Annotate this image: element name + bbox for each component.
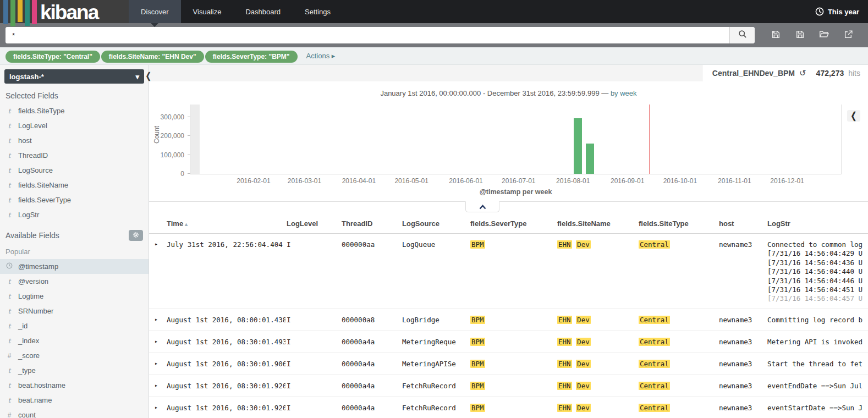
cell-sitename: EHN Dev: [556, 309, 638, 331]
field-item-logtime[interactable]: tLogtime: [0, 289, 149, 304]
collapse-sidebar-button[interactable]: ❬: [145, 72, 152, 80]
field-settings-button[interactable]: [129, 230, 143, 241]
interval-by-week-link[interactable]: by week: [611, 89, 637, 97]
field-item-count[interactable]: #count: [0, 408, 149, 418]
filter-pill[interactable]: fields.SiteType: "Central": [6, 51, 100, 63]
field-item-loglevel[interactable]: tLogLevel: [0, 118, 149, 133]
expand-row-button[interactable]: ▸: [153, 234, 166, 309]
field-item--score[interactable]: #_score: [0, 348, 149, 363]
field-item-fields-sitetype[interactable]: tfields.SiteType: [0, 103, 149, 118]
field-item--id[interactable]: t_id: [0, 318, 149, 333]
available-fields-heading: Available Fields: [0, 222, 149, 244]
time-picker-label: This year: [828, 8, 859, 16]
column-header-time[interactable]: Time▴: [166, 215, 285, 233]
cell-threadid: 00000a4a: [340, 375, 401, 397]
cell-threadid: 000000a8: [340, 309, 401, 331]
column-header-fields-sitetype[interactable]: fields.SiteType: [638, 215, 718, 233]
kibana-logo[interactable]: kibana: [0, 0, 129, 23]
column-header-fields-sitename[interactable]: fields.SiteName: [556, 215, 638, 233]
field-item-fields-severtype[interactable]: tfields.SeverType: [0, 193, 149, 207]
search-submit-button[interactable]: [729, 27, 755, 43]
filter-pill[interactable]: fields.SeverType: "BPM": [205, 51, 298, 63]
cell-severtype: BPM: [469, 397, 556, 418]
text-field-icon: t: [6, 337, 13, 345]
kibana-logo-stripes-icon: [3, 0, 37, 26]
column-header-logsource[interactable]: LogSource: [401, 215, 469, 233]
search-input[interactable]: [6, 27, 729, 43]
expand-row-button[interactable]: ▸: [153, 397, 166, 418]
tab-visualize[interactable]: Visualize: [181, 0, 234, 23]
field-name: count: [18, 411, 36, 418]
cell-severtype: BPM: [469, 234, 556, 309]
y-tick-mark: [188, 155, 190, 155]
histogram-panel: January 1st 2016, 00:00:00.000 - Decembe…: [149, 81, 868, 201]
search-toolbar: [763, 29, 860, 41]
tab-discover[interactable]: Discover: [129, 0, 181, 23]
save-search-icon: [795, 30, 805, 41]
cell-logstr: eventStartDate ==>Sun J: [766, 397, 868, 418]
field-item-host[interactable]: thost: [0, 133, 149, 148]
field-item-logstr[interactable]: tLogStr: [0, 207, 149, 222]
index-pattern-selector[interactable]: logstash-* ▾: [4, 69, 144, 84]
tab-settings[interactable]: Settings: [293, 0, 343, 23]
cell-logstr: Start the thread to fet: [766, 353, 868, 375]
header-spacer: [153, 215, 166, 233]
cell-sitetype: Central: [638, 234, 718, 309]
collapse-chart-button[interactable]: ❬: [847, 110, 860, 122]
expand-row-button[interactable]: ▸: [153, 375, 166, 397]
filter-pill[interactable]: fields.SiteName: "EHN Dev": [101, 51, 204, 63]
field-name: beat.hostname: [18, 381, 65, 389]
x-tick-label: 2016-02-01: [229, 177, 278, 185]
field-item--index[interactable]: t_index: [0, 333, 149, 348]
expand-row-button[interactable]: ▸: [153, 309, 166, 331]
cell-time: August 1st 2016, 08:30:01.920: [166, 397, 285, 418]
cell-logsource: FetchRuRecord: [401, 375, 469, 397]
y-tick-mark: [188, 173, 190, 174]
text-field-icon: t: [6, 107, 13, 115]
new-search-button[interactable]: [763, 29, 788, 41]
column-header-logstr[interactable]: LogStr: [766, 215, 868, 233]
collapse-histogram-tab[interactable]: [465, 201, 499, 212]
field-item--version[interactable]: t@version: [0, 274, 149, 289]
column-header-threadid[interactable]: ThreadID: [340, 215, 401, 233]
column-header-loglevel[interactable]: LogLevel: [285, 215, 340, 233]
field-item-logsource[interactable]: tLogSource: [0, 163, 149, 178]
number-field-icon: #: [6, 411, 13, 418]
field-item--type[interactable]: t_type: [0, 363, 149, 378]
expand-row-button[interactable]: ▸: [153, 353, 166, 375]
expand-row-button[interactable]: ▸: [153, 331, 166, 353]
filter-actions-link[interactable]: Actions ▸: [306, 52, 336, 60]
cell-sitetype: Central: [638, 397, 718, 418]
open-search-button[interactable]: [812, 29, 836, 41]
x-tick-label: 2016-09-01: [603, 177, 652, 185]
histogram-bar[interactable]: [574, 118, 582, 174]
share-button[interactable]: [836, 29, 860, 41]
time-picker-button[interactable]: This year: [815, 0, 868, 23]
cell-host: newname3: [718, 234, 766, 309]
field-item-srnumber[interactable]: tSRNumber: [0, 304, 149, 318]
chevron-up-icon: [479, 202, 486, 212]
field-item-beat-name[interactable]: tbeat.name: [0, 393, 149, 408]
column-header-fields-severtype[interactable]: fields.SeverType: [469, 215, 556, 233]
column-header-host[interactable]: host: [718, 215, 766, 233]
table-divider: [149, 201, 868, 215]
field-item--timestamp[interactable]: @timestamp: [0, 259, 149, 274]
refresh-icon[interactable]: ↺: [799, 68, 806, 78]
x-tick-label: 2016-08-01: [548, 177, 598, 185]
save-search-button[interactable]: [788, 29, 812, 41]
cell-logsource: FetchRuRecord: [401, 397, 469, 418]
field-name: LogLevel: [18, 122, 47, 130]
text-field-icon: t: [6, 293, 13, 300]
table-row: ▸August 1st 2016, 08:30:01.920I00000a4aF…: [149, 397, 868, 418]
histogram-bar[interactable]: [586, 144, 594, 174]
field-name: @version: [18, 277, 48, 285]
table-row: ▸August 1st 2016, 08:00:01.438I000000a8L…: [149, 309, 868, 331]
tab-dashboard[interactable]: Dashboard: [233, 0, 293, 23]
cell-sitetype: Central: [638, 309, 718, 331]
field-item-threadid[interactable]: tThreadID: [0, 148, 149, 163]
chart-title: January 1st 2016, 00:00:00.000 - Decembe…: [149, 81, 868, 97]
field-item-beat-hostname[interactable]: tbeat.hostname: [0, 378, 149, 393]
field-item-fields-sitename[interactable]: tfields.SiteName: [0, 178, 149, 193]
sort-asc-icon: ▴: [185, 221, 188, 227]
field-name: _score: [18, 351, 40, 360]
